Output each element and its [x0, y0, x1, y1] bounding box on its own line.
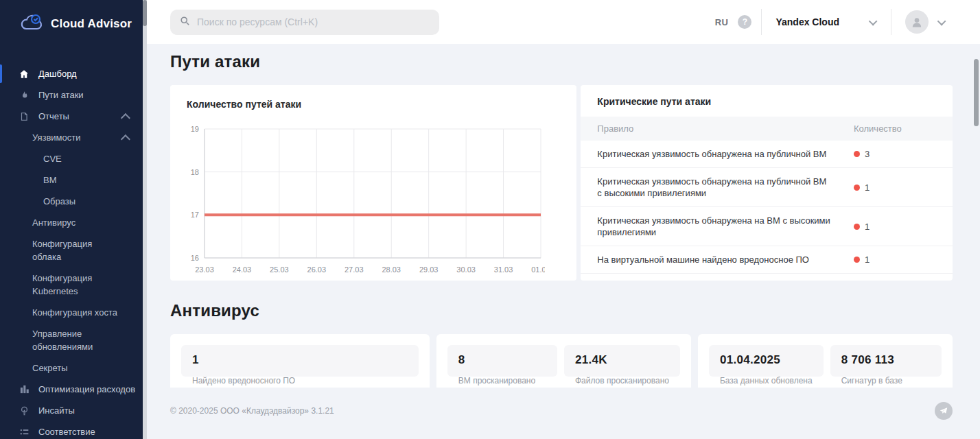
language-switcher[interactable]: RU: [715, 17, 729, 27]
main-area: RU ? Yandex Cloud Пути атаки: [147, 0, 980, 439]
search-input[interactable]: [197, 16, 430, 27]
sidebar-item-label: Соответствие: [38, 425, 95, 438]
stat-value: 1: [192, 353, 408, 367]
sidebar-item-insights[interactable]: Инсайты: [0, 400, 147, 421]
sidebar-item-label: ВМ: [43, 174, 57, 187]
sidebar-item-label: CVE: [43, 152, 62, 165]
chevron-down-icon: [869, 16, 878, 25]
stat-card-database: 01.04.2025 База данных обновлена 8 706 1…: [698, 334, 953, 388]
sidebar-item-cloud-config[interactable]: Конфигурация облака: [0, 233, 147, 268]
severity-dot: [854, 151, 860, 157]
sidebar-item-host-config[interactable]: Конфигурация хоста: [0, 302, 147, 323]
org-name: Yandex Cloud: [775, 16, 839, 27]
sidebar-item-label: Управление обновлениями: [32, 327, 115, 353]
flame-icon: [18, 89, 30, 102]
count-cell: 1: [854, 254, 936, 265]
rule-text: Критическая уязвимость обнаружена на ВМ …: [597, 215, 854, 238]
org-switcher[interactable]: Yandex Cloud: [771, 16, 881, 27]
count-value: 1: [865, 222, 870, 232]
table-row[interactable]: Критическая уязвимость обнаружена на пуб…: [581, 168, 953, 207]
svg-text:27.03: 27.03: [345, 265, 364, 274]
copyright-text: © 2020-2025 ООО «Клаудэдвайзор» 3.1.21: [170, 406, 334, 416]
sidebar-item-attack-paths[interactable]: Пути атаки: [0, 84, 147, 106]
count-value: 1: [865, 182, 870, 193]
count-value: 3: [865, 149, 870, 159]
sidebar-item-vulnerabilities[interactable]: Уязвимости: [0, 127, 147, 148]
stat-tile: 21.4K Файлов просканировано: [564, 345, 680, 377]
topbar: RU ? Yandex Cloud: [147, 0, 980, 44]
stat-value: 21.4K: [575, 353, 669, 367]
sidebar: Cloud Advisor Дашборд Пути атаки Отчеты: [0, 0, 147, 439]
column-header-rule: Правило: [597, 123, 854, 134]
sidebar-item-kubernetes-config[interactable]: Конфигурация Kubernetes: [0, 268, 147, 302]
count-value: 1: [865, 254, 870, 265]
sidebar-item-label: Инсайты: [38, 404, 75, 417]
attack-paths-chart-card: Количество путей атаки 1617181923.0324.0…: [170, 85, 576, 281]
brand-logo[interactable]: Cloud Advisor: [0, 0, 147, 34]
attack-paths-line-chart: 1617181923.0324.0325.0326.0327.0328.0329…: [187, 121, 560, 280]
stat-label: Файлов просканировано: [575, 376, 669, 385]
svg-text:19: 19: [191, 125, 199, 133]
stat-card-scans: 8 ВМ просканировано 21.4K Файлов проскан…: [436, 334, 691, 388]
severity-dot: [854, 224, 860, 230]
brand-name: Cloud Advisor: [51, 17, 132, 31]
svg-text:29.03: 29.03: [419, 265, 439, 274]
sidebar-item-label: Дашборд: [38, 67, 77, 80]
rule-text: Критическая уязвимость обнаружена на пуб…: [597, 148, 854, 160]
sidebar-item-antivirus[interactable]: Антивирус: [0, 212, 147, 233]
stat-value: 01.04.2025: [720, 353, 813, 367]
search-icon: [180, 16, 190, 29]
table-row[interactable]: На виртуальной машине найдено вредоносно…: [581, 246, 953, 274]
svg-text:26.03: 26.03: [307, 265, 327, 274]
antivirus-stats-row: 1 Найдено вредоносного ПО 8 ВМ просканир…: [170, 334, 953, 388]
stat-tile: 8 ВМ просканировано: [447, 345, 557, 377]
table-row[interactable]: Критическая уязвимость обнаружена на пуб…: [581, 141, 953, 168]
count-cell: 1: [854, 222, 936, 232]
main-scrollbar-thumb[interactable]: [974, 59, 979, 126]
sidebar-item-images[interactable]: Образы: [0, 191, 147, 212]
page-title-antivirus: Антивирус: [170, 301, 953, 320]
avatar: [905, 10, 929, 34]
stat-label: Сигнатур в базе: [841, 376, 931, 385]
svg-text:28.03: 28.03: [382, 265, 401, 274]
list-icon: [18, 426, 30, 438]
column-header-count: Количество: [854, 123, 936, 134]
line-chart-svg: 1617181923.0324.0325.0326.0327.0328.0329…: [187, 121, 545, 277]
app-root: Cloud Advisor Дашборд Пути атаки Отчеты: [0, 0, 980, 439]
chevron-up-icon[interactable]: [121, 134, 130, 144]
stat-label: Найдено вредоносного ПО: [192, 376, 408, 385]
table-row[interactable]: Критическая уязвимость обнаружена на пуб…: [581, 274, 953, 281]
cloud-advisor-logo-icon: [21, 14, 44, 34]
svg-text:24.03: 24.03: [233, 265, 252, 274]
sidebar-item-dashboard[interactable]: Дашборд: [0, 63, 147, 84]
count-cell: 3: [854, 149, 936, 159]
stat-tile: 1 Найдено вредоносного ПО: [181, 345, 419, 377]
sidebar-item-secrets[interactable]: Секреты: [0, 357, 147, 379]
sidebar-item-cve[interactable]: CVE: [0, 148, 147, 169]
page-title-attack-paths: Пути атаки: [170, 52, 953, 71]
rule-text: Критическая уязвимость обнаружена на пуб…: [597, 176, 854, 199]
table-row[interactable]: Критическая уязвимость обнаружена на ВМ …: [581, 207, 953, 246]
search-box[interactable]: [170, 10, 439, 35]
stat-value: 8 706 113: [841, 353, 931, 367]
sidebar-item-label: Конфигурация Kubernetes: [32, 272, 108, 298]
telegram-button[interactable]: [935, 402, 953, 420]
sidebar-nav: Дашборд Пути атаки Отчеты Уязвимости CVE: [0, 63, 147, 439]
sidebar-item-vm[interactable]: ВМ: [0, 169, 147, 191]
severity-dot: [854, 257, 860, 263]
table-title: Критические пути атаки: [581, 85, 953, 117]
sidebar-item-label: Уязвимости: [32, 131, 80, 144]
svg-text:25.03: 25.03: [270, 265, 289, 274]
critical-attack-paths-card: Критические пути атаки Правило Количеств…: [581, 85, 953, 281]
sidebar-item-compliance[interactable]: Соответствие: [0, 421, 147, 439]
stat-card-malware: 1 Найдено вредоносного ПО: [170, 334, 430, 388]
sidebar-item-update-management[interactable]: Управление обновлениями: [0, 323, 147, 357]
sidebar-item-cost-optimization[interactable]: Оптимизация расходов: [0, 379, 147, 400]
severity-dot: [854, 185, 860, 191]
topbar-right: RU ? Yandex Cloud: [715, 9, 950, 35]
sidebar-item-reports[interactable]: Отчеты: [0, 106, 147, 127]
divider: [761, 9, 762, 35]
user-menu[interactable]: [901, 10, 950, 34]
chevron-up-icon[interactable]: [121, 113, 130, 123]
help-icon[interactable]: ?: [738, 15, 751, 29]
